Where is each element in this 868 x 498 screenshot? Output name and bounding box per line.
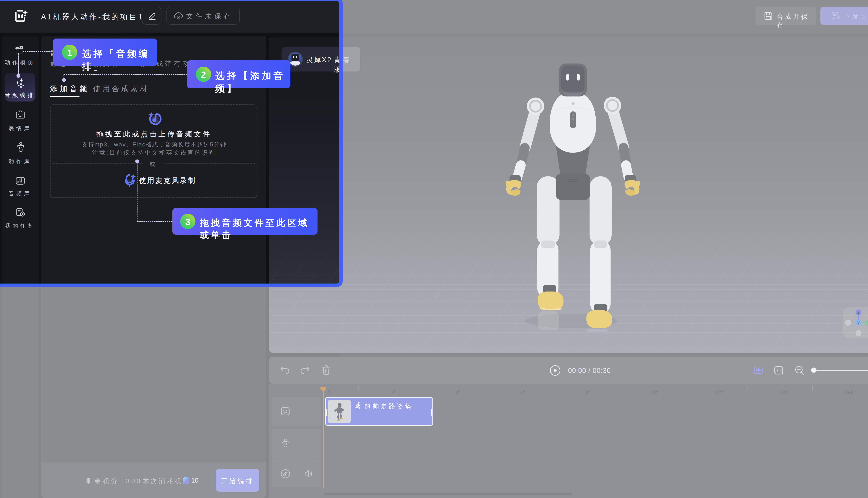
svg-text:X: X [867, 321, 868, 325]
svg-text:Z: Z [857, 310, 859, 315]
svg-text:Y: Y [857, 321, 860, 325]
